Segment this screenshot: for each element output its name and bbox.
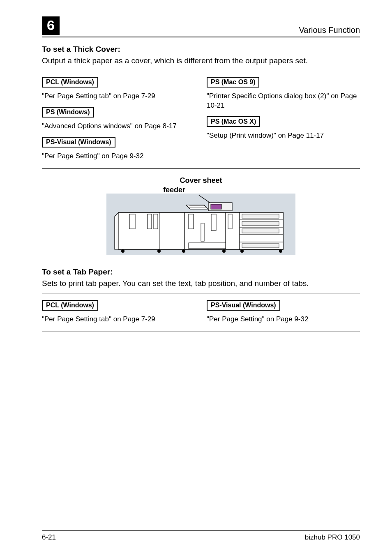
- cover-sheet-figure: Cover sheet feeder: [102, 176, 300, 255]
- left-column: PCL (Windows) "Per Page Setting tab" on …: [42, 74, 195, 164]
- svg-rect-22: [242, 214, 279, 218]
- section-title: To set a Thick Cover:: [42, 45, 360, 54]
- svg-rect-24: [242, 229, 279, 233]
- label-ps-visual-windows: PS-Visual (Windows): [207, 300, 280, 311]
- header-title: Various Function: [299, 25, 360, 35]
- svg-point-32: [279, 249, 282, 253]
- svg-point-31: [240, 249, 244, 253]
- ref-ps-macx: "Setup (Print window)" on Page 11-17: [207, 131, 360, 141]
- svg-rect-25: [242, 244, 279, 248]
- ref-ps-visual-windows: "Per Page Setting" on Page 9-32: [207, 315, 360, 324]
- svg-point-28: [157, 249, 161, 253]
- ref-ps-windows: "Advanced Options windows" on Page 8-17: [42, 122, 195, 131]
- page-header: 6 Various Function: [42, 16, 360, 37]
- product-name: bizhub PRO 1050: [305, 533, 360, 542]
- label-ps-windows: PS (Windows): [42, 107, 94, 118]
- section-thick-cover: To set a Thick Cover: Output a thick pap…: [42, 45, 360, 169]
- label-ps-macx: PS (Mac OS X): [207, 116, 260, 127]
- page-footer: 6-21 bizhub PRO 1050: [42, 530, 360, 542]
- ref-pcl-windows: "Per Page Setting tab" on Page 7-29: [42, 92, 195, 101]
- reference-columns: PCL (Windows) "Per Page Setting tab" on …: [42, 297, 360, 327]
- ref-pcl-windows: "Per Page Setting tab" on Page 7-29: [42, 315, 195, 324]
- svg-point-27: [121, 249, 125, 253]
- right-column: PS (Mac OS 9) "Printer Specific Options …: [207, 74, 360, 164]
- section-body: Sets to print tab paper. You can set the…: [42, 278, 360, 289]
- printer-diagram-icon: [106, 194, 295, 255]
- svg-point-30: [222, 249, 226, 253]
- label-pcl-windows: PCL (Windows): [42, 77, 98, 88]
- chapter-number: 6: [42, 16, 60, 35]
- reference-columns: PCL (Windows) "Per Page Setting tab" on …: [42, 74, 360, 164]
- label-ps-visual-windows: PS-Visual (Windows): [42, 137, 115, 148]
- section-body: Output a thick paper as a cover, which i…: [42, 55, 360, 66]
- ref-ps-mac9: "Printer Specific Options dialog box (2)…: [207, 92, 360, 111]
- divider: [42, 332, 360, 332]
- left-column: PCL (Windows) "Per Page Setting tab" on …: [42, 297, 195, 327]
- figure-label-line1: Cover sheet: [102, 176, 300, 185]
- divider: [42, 293, 360, 293]
- page-number: 6-21: [42, 533, 56, 542]
- svg-rect-3: [211, 204, 221, 209]
- divider: [42, 168, 360, 169]
- section-title: To set a Tab Paper:: [42, 267, 360, 277]
- svg-rect-23: [242, 221, 279, 226]
- divider: [42, 70, 360, 70]
- svg-rect-26: [189, 243, 226, 249]
- figure-label-line2: feeder: [102, 186, 300, 194]
- label-ps-mac9: PS (Mac OS 9): [207, 77, 259, 88]
- ref-ps-visual-windows: "Per Page Setting" on Page 9-32: [42, 152, 195, 161]
- section-tab-paper: To set a Tab Paper: Sets to print tab pa…: [42, 267, 360, 332]
- right-column: PS-Visual (Windows) "Per Page Setting" o…: [207, 297, 360, 327]
- label-pcl-windows: PCL (Windows): [42, 300, 98, 311]
- svg-point-29: [182, 249, 185, 253]
